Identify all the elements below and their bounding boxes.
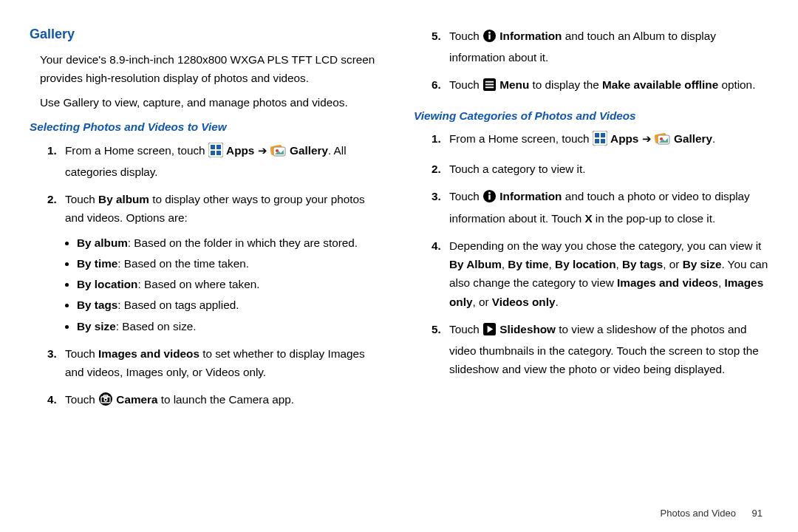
step-6: Touch Menu to display the Make available…: [449, 75, 768, 97]
steps-list-viewing: From a Home screen, touch Apps ➔ Gallery…: [414, 129, 768, 379]
vstep-1: From a Home screen, touch Apps ➔ Gallery…: [449, 129, 768, 151]
vstep-2: Touch a category to view it.: [449, 160, 768, 178]
right-column: Touch Information and touch an Album to …: [414, 24, 768, 420]
subheading-viewing: Viewing Categories of Photos and Videos: [414, 106, 768, 125]
gallery-icon: [655, 131, 671, 151]
footer-page-number: 91: [752, 508, 763, 519]
intro-text-1: Your device's 8.9-inch-inch 1280x800 WXG…: [40, 50, 384, 87]
step-2: Touch By album to display other ways to …: [65, 190, 384, 335]
options-bullets: By album: Based on the folder in which t…: [65, 233, 384, 335]
apps-icon: [208, 143, 223, 163]
step-3: Touch Images and videos to set whether t…: [65, 344, 384, 381]
vstep-3: Touch Information and touch a photo or v…: [449, 187, 768, 227]
step-4: Touch Camera to launch the Camera app.: [65, 390, 384, 412]
steps-list-left: From a Home screen, touch Apps ➔ Gallery…: [30, 141, 384, 412]
slideshow-icon: [482, 322, 497, 341]
step-5: Touch Information and touch an Album to …: [449, 27, 768, 66]
left-column: Gallery Your device's 8.9-inch-inch 1280…: [30, 24, 384, 420]
subheading-selecting: Selecting Photos and Videos to View: [30, 117, 384, 136]
info-icon: [482, 29, 497, 48]
page-footer: Photos and Video 91: [661, 508, 763, 519]
info-icon: [482, 189, 497, 208]
vstep-4: Depending on the way you chose the categ…: [449, 236, 768, 311]
steps-list-right-continued: Touch Information and touch an Album to …: [414, 27, 768, 98]
apps-icon: [593, 131, 607, 151]
section-heading: Gallery: [30, 24, 384, 46]
camera-icon: [98, 392, 113, 412]
footer-section: Photos and Video: [661, 508, 736, 519]
step-1: From a Home screen, touch Apps ➔ Gallery…: [65, 141, 384, 181]
intro-text-2: Use Gallery to view, capture, and manage…: [40, 93, 384, 112]
gallery-icon: [270, 143, 287, 163]
manual-page: Gallery Your device's 8.9-inch-inch 1280…: [0, 0, 798, 428]
menu-icon: [482, 78, 497, 97]
vstep-5: Touch Slideshow to view a slideshow of t…: [449, 320, 768, 379]
